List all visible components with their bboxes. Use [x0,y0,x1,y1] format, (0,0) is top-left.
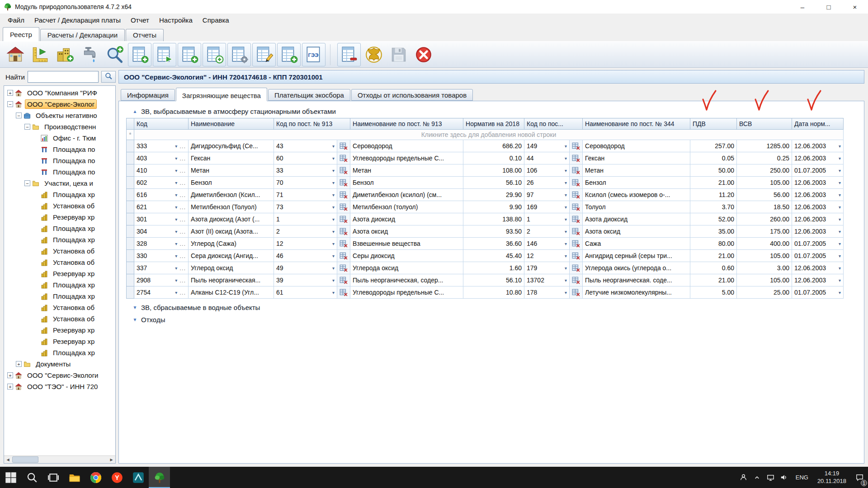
detail-tab-pollutants[interactable]: Загрязняющие вещества [176,88,267,101]
pollutant-row[interactable]: 602▾...Бензол70▾Бензол56.1026▾Бензол21.0… [127,177,844,189]
home-button[interactable] [4,43,27,66]
dropdown-arrow-icon[interactable]: ▾ [175,290,177,295]
dropdown-arrow-icon[interactable]: ▾ [175,156,177,161]
new-calculation-button[interactable] [128,43,151,66]
cell-code913[interactable]: 12▾ [274,238,337,250]
volume-tray-button[interactable] [778,467,791,488]
maximize-button[interactable]: □ [816,0,842,14]
tree-item[interactable]: Установка об [5,313,115,324]
cell-norm2018[interactable]: 0.10 [463,152,524,164]
new-report-button[interactable] [178,43,201,66]
grid-x-button[interactable] [572,276,580,283]
menu-item-file[interactable]: Файл [3,14,29,26]
tree-item[interactable]: Площадка хр [5,234,115,245]
cell-name913[interactable]: Взвешенные вещества [350,238,463,250]
network-tray-button[interactable] [764,467,778,488]
column-header-vsv[interactable]: ВСВ [737,118,792,130]
dropdown-arrow-icon[interactable]: ▾ [175,217,177,222]
expand-plus-icon[interactable]: + [7,372,13,378]
grid-x-button[interactable] [572,239,580,247]
cell-norm2018[interactable]: 36.60 [463,238,524,250]
main-tab-reports[interactable]: Отчеты [126,29,164,41]
ellipsis-button[interactable]: ... [179,143,186,150]
dropdown-arrow-icon[interactable]: ▾ [565,229,567,234]
cell-code913[interactable]: 73▾ [274,201,337,213]
cell-name913[interactable]: Сероводород [350,140,463,152]
cell-name913[interactable]: Углерода оксид [350,262,463,274]
dropdown-arrow-icon[interactable]: ▾ [175,192,177,197]
cell-date[interactable]: 12.06.2003▾ [792,177,844,189]
ellipsis-button[interactable]: ... [179,216,186,223]
cell-name[interactable]: Метан [189,164,274,177]
cell-date[interactable]: 12.06.2003▾ [792,225,844,238]
taskbar-clock[interactable]: 14:19 20.11.2018 [813,470,851,485]
scroll-right-icon[interactable]: ▶ [108,456,115,463]
task-view-taskbar-button[interactable] [42,467,64,488]
tree-item[interactable]: −Объекты негативно [5,110,115,121]
main-tab-registry[interactable]: Реестр [3,27,39,41]
detail-tab-information[interactable]: Информация [121,89,175,101]
cell-name913[interactable]: Диметилбензол (ксилол) (см... [350,189,463,201]
cell-name913[interactable]: Азота оксид [350,225,463,238]
pollutant-row[interactable]: 621▾...Метилбензол (Толуол)73▾Метилбензо… [127,201,844,213]
grid-x-button[interactable] [572,252,580,259]
dropdown-arrow-icon[interactable]: ▾ [175,253,177,258]
grid-x-button[interactable] [340,239,348,247]
tree-item[interactable]: Площадка хр [5,347,115,358]
cell-pdv[interactable]: 257.00 [690,140,737,152]
dropdown-arrow-icon[interactable]: ▾ [565,156,567,161]
cell-pdv[interactable]: 35.00 [690,225,737,238]
cell-norm2018[interactable]: 29.90 [463,189,524,201]
ellipsis-button[interactable]: ... [179,204,186,211]
remove-document-button[interactable] [337,43,361,66]
gee-document-button[interactable]: ГЭЭ [302,43,326,66]
dropdown-arrow-icon[interactable]: ▾ [332,229,335,234]
dropdown-arrow-icon[interactable]: ▾ [565,217,567,222]
cell-norm2018[interactable]: 93.50 [463,225,524,238]
pollutant-row[interactable]: 337▾...Углерод оксид49▾Углерода оксид1.6… [127,262,844,274]
dropdown-arrow-icon[interactable]: ▾ [565,290,567,295]
tree-item[interactable]: Установка об [5,245,115,257]
cell-code344[interactable]: 12▾ [524,250,570,262]
cell-pdv[interactable]: 0.05 [690,152,737,164]
new-row-hint[interactable]: Кликните здесь для добавления новой стро… [134,130,844,140]
expand-arrow-icon[interactable]: ▼ [132,317,138,322]
tree-item[interactable]: Резервуар хр [5,324,115,336]
cell-name[interactable]: Бензол [189,177,274,189]
cell-pdv[interactable]: 5.00 [690,286,737,299]
rpn-emblem-button[interactable] [362,43,386,66]
dropdown-arrow-icon[interactable]: ▾ [565,205,567,210]
cell-date[interactable]: 01.07.2005▾ [792,286,844,299]
tree-item[interactable]: Площадка по [5,144,115,155]
add-document-button[interactable] [277,43,301,66]
yandex-taskbar-button[interactable]: Y [106,467,127,488]
cell-name[interactable]: Диметилбензол (Ксил... [189,189,274,201]
cell-vsv[interactable]: 175.00 [737,225,792,238]
cell-vsv[interactable]: 18.50 [737,201,792,213]
column-header-code913[interactable]: Код по пост. № 913 [274,118,350,130]
dropdown-arrow-icon[interactable]: ▾ [565,266,567,271]
expand-plus-icon[interactable]: + [7,90,13,96]
cell-vsv[interactable]: 3.00 [737,262,792,274]
cell-pdv[interactable]: 21.00 [690,177,737,189]
cell-code[interactable]: 330▾... [134,250,189,262]
dropdown-arrow-icon[interactable]: ▾ [839,229,841,234]
pollutant-row[interactable]: 330▾...Сера диоксид (Ангид...46▾Серы дио… [127,250,844,262]
column-header-date[interactable]: Дата норм... [792,118,844,130]
grid-x-button[interactable] [572,264,580,271]
cell-vsv[interactable]: 260.00 [737,213,792,225]
dropdown-arrow-icon[interactable]: ▾ [839,144,841,149]
cell-date[interactable]: 12.06.2003▾ [792,189,844,201]
ellipsis-button[interactable]: ... [179,228,186,235]
cell-name344[interactable]: Ксилол (смесь изомеров о-... [583,189,690,201]
tree-item[interactable]: Площадка по [5,166,115,178]
dropdown-arrow-icon[interactable]: ▾ [839,156,841,161]
cell-code344[interactable]: 106▾ [524,164,570,177]
cell-pdv[interactable]: 21.00 [690,250,737,262]
people-tray-button[interactable] [737,467,750,488]
dropdown-arrow-icon[interactable]: ▾ [565,241,567,246]
close-button[interactable]: × [842,0,868,14]
dropdown-arrow-icon[interactable]: ▾ [175,241,177,246]
cell-name344[interactable]: Бензол [583,177,690,189]
grid-x-button[interactable] [340,154,348,161]
